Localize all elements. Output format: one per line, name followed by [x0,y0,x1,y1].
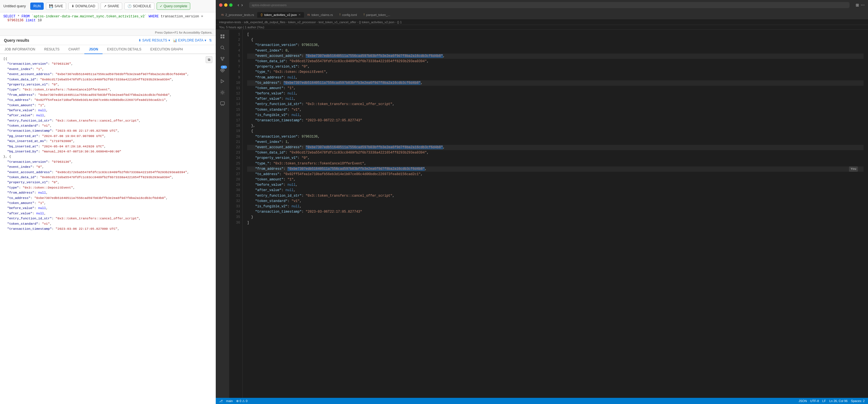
save-results-dropdown-icon: ▾ [168,38,170,42]
editor-main: 12345 678910 1112131415 1617181920 21222… [216,30,868,398]
editor-tab-config[interactable]: ! config.toml [336,12,360,18]
explore-data-button[interactable]: 📊 EXPLORE DATA ▾ [173,38,206,42]
json-content-area[interactable]: ⧉ [{ "transaction_version": "97963136", … [0,54,216,404]
editor-tab-parquet-token[interactable]: ! parquet_token_... [360,12,393,18]
git-branch-icon: ⎇ [219,399,223,403]
svg-rect-18 [220,102,224,105]
minimize-window-button[interactable] [224,3,227,7]
svg-line-11 [222,58,224,59]
spaces-label[interactable]: Spaces: 2 [851,399,865,403]
svg-point-7 [223,57,224,58]
rs-file-icon-2: rs [307,13,310,16]
git-info-text: You, 5 hours ago | 1 author (You) [219,26,264,29]
debug-icon[interactable] [219,78,226,85]
settings-icon[interactable] [219,89,226,96]
language-label[interactable]: JSON [799,399,807,403]
tab-results[interactable]: RESULTS [40,45,64,54]
parquet-file-icon: ! [364,13,365,16]
close-window-button[interactable] [219,3,222,7]
download-icon: ⬇ [71,4,74,8]
save-button[interactable]: 💾 SAVE [46,2,66,10]
git-icon[interactable] [219,56,226,62]
save-results-button[interactable]: ⬇ SAVE RESULTS ▾ [138,38,170,42]
extensions-icon[interactable] [219,67,226,73]
tab-chart[interactable]: CHART [64,45,84,54]
tab-job-information[interactable]: JOB INFORMATION [0,45,40,54]
explorer-icon[interactable] [219,33,226,40]
editor-tab-token-activities[interactable]: {} token_activities_v2.json ✕ [257,12,304,18]
run-button[interactable]: RUN [30,2,44,10]
query-editor[interactable]: SELECT * FROM `aptos-indexer-data-raw.ma… [0,12,216,29]
address-input[interactable] [252,3,847,7]
chat-icon[interactable] [219,100,226,107]
status-bar: ⎇ main ⊗ 0 ⚠ 0 JSON UTF-8 LF Ln 26, Col … [216,398,868,404]
breadcrumb: integration-tests › sdk_expected_db_outp… [216,20,868,25]
query-results-header: Query results ⬇ SAVE RESULTS ▾ 📊 EXPLORE… [0,36,216,45]
toolbar: Untitled query RUN 💾 SAVE ⬇ DOWNLOAD ↗ S… [0,0,216,12]
svg-rect-3 [223,37,224,38]
results-tabs-bar: JOB INFORMATION RESULTS CHART JSON EXECU… [0,45,216,54]
results-actions: ⬇ SAVE RESULTS ▾ 📊 EXPLORE DATA ▾ ⇅ [138,38,212,42]
line-ending-label[interactable]: LF [822,399,826,403]
check-icon: ✓ [160,4,162,8]
save-icon: 💾 [49,4,53,8]
svg-point-4 [221,46,224,49]
address-bar[interactable] [249,2,849,8]
sort-button[interactable]: ⇅ [209,38,212,42]
explore-data-icon: 📊 [173,38,177,42]
cursor-position-label: Ln 26, Col 96 [829,399,847,403]
errors-label: ⊗ 0 ⚠ 0 [236,399,247,403]
query-complete-button[interactable]: ✓ Query complete [157,2,190,10]
json-file-icon: {} [260,13,262,16]
more-options-icon[interactable]: ⋯ [861,3,865,7]
git-info-bar: You, 5 hours ago | 1 author (You) [216,25,868,30]
forward-button[interactable]: › [241,2,243,7]
share-button[interactable]: ↗ SHARE [101,2,122,10]
editor-tab-processor-tests[interactable]: rs 2_processor_tests.rs [218,12,257,18]
back-button[interactable]: ‹ [238,2,239,7]
svg-rect-14 [222,68,223,69]
share-icon: ↗ [104,4,106,8]
git-branch-label: main [226,399,233,403]
download-button[interactable]: ⬇ DOWNLOAD [68,2,98,10]
query-results-title: Query results [4,38,29,42]
svg-rect-15 [222,71,223,72]
editor-sidebar [216,30,229,398]
json-display: [{ "transaction_version": "97963136", "e… [3,56,212,231]
svg-rect-1 [223,34,224,36]
line-numbers: 12345 678910 1112131415 1617181920 21222… [229,30,243,398]
search-sidebar-icon[interactable] [219,44,226,51]
tab-close-button[interactable]: ✕ [299,13,301,16]
accessibility-text: Press Option+F1 for Accessibility Option… [155,31,212,34]
right-panel: ‹ › ⊞ ⋯ rs 2_processor_tests.rs {} token… [216,0,868,404]
svg-point-6 [221,57,222,58]
rs-file-icon: rs [221,13,224,16]
query-title: Untitled query [3,4,26,8]
sort-icon: ⇅ [209,38,212,42]
maximize-window-button[interactable] [229,3,232,7]
svg-point-8 [222,59,223,61]
tab-json[interactable]: JSON [84,45,102,54]
split-editor-icon[interactable]: ⊞ [856,3,859,7]
svg-point-17 [222,92,223,93]
left-panel: Untitled query RUN 💾 SAVE ⬇ DOWNLOAD ↗ S… [0,0,216,404]
editor-tab-token-claims[interactable]: rs token_claims.rs [304,12,336,18]
window-controls: ‹ › ⊞ ⋯ [216,0,868,10]
tab-execution-graph[interactable]: EXECUTION GRAPH [146,45,187,54]
nav-buttons: ‹ › [238,2,243,7]
svg-line-5 [223,49,224,50]
window-action-buttons: ⊞ ⋯ [856,3,865,7]
clock-icon: 🕐 [127,4,132,8]
svg-rect-2 [220,37,222,38]
svg-line-10 [221,59,222,59]
svg-rect-0 [220,34,222,36]
explore-data-dropdown-icon: ▾ [205,38,206,42]
accessibility-bar: Press Option+F1 for Accessibility Option… [0,29,216,36]
copy-button[interactable]: ⧉ [206,56,212,63]
tab-execution-details[interactable]: EXECUTION DETAILS [102,45,146,54]
toml-file-icon: ! [340,13,340,16]
schedule-button[interactable]: 🕐 SCHEDULE [124,2,154,10]
code-editor[interactable]: [ { "transaction_version": 97963136, "ev… [243,30,868,398]
encoding-label[interactable]: UTF-8 [810,399,819,403]
editor-tabs: rs 2_processor_tests.rs {} token_activit… [216,10,868,20]
